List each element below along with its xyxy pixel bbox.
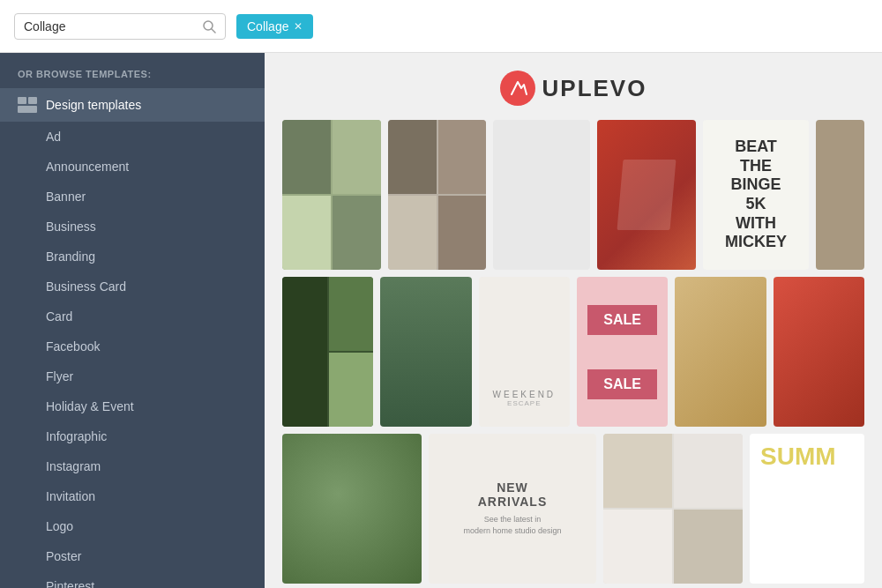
template-row-1: BEATTHEBINGE5KWITHMICKEY (282, 120, 864, 270)
template-card[interactable]: SUMM (750, 434, 864, 584)
collage-filter-tag[interactable]: Collage ✕ (236, 14, 313, 39)
sidebar-item-branding[interactable]: Branding (0, 242, 265, 272)
sidebar-item-pinterest[interactable]: Pinterest (0, 571, 265, 588)
sidebar: OR BROWSE TEMPLATES: Design templates Ad… (0, 53, 265, 588)
browse-label: OR BROWSE TEMPLATES: (0, 53, 265, 88)
design-templates-icon (18, 97, 37, 113)
template-card[interactable] (282, 434, 422, 584)
grid-cell (438, 120, 487, 194)
template-card[interactable] (380, 277, 471, 427)
sidebar-item-design-templates[interactable]: Design templates (0, 88, 265, 122)
svg-rect-4 (18, 106, 37, 113)
sale-badge-top: SALE (587, 305, 657, 335)
search-input[interactable] (24, 19, 202, 33)
sidebar-item-banner[interactable]: Banner (0, 182, 265, 212)
grid-cell (333, 196, 381, 270)
sidebar-active-label: Design templates (46, 98, 141, 112)
template-card[interactable]: BEATTHEBINGE5KWITHMICKEY (703, 120, 809, 270)
brand-name: UPLEVO (542, 75, 647, 102)
weekend-text: WEEKEND (493, 390, 557, 399)
sidebar-item-infographic[interactable]: Infographic (0, 421, 265, 451)
template-card[interactable] (493, 120, 590, 270)
template-card[interactable] (282, 277, 373, 427)
sidebar-item-holiday-event[interactable]: Holiday & Event (0, 391, 265, 421)
template-card[interactable] (388, 120, 487, 270)
svg-line-1 (212, 29, 215, 33)
svg-rect-2 (18, 97, 26, 104)
new-arrivals-sub: See the latest inmodern home studio desi… (463, 514, 561, 536)
grid-cell (329, 277, 374, 351)
grid-cell (329, 353, 374, 427)
search-icon (202, 19, 216, 33)
svg-rect-3 (28, 97, 37, 104)
sidebar-item-logo[interactable]: Logo (0, 511, 265, 541)
grid-cell (282, 120, 331, 194)
grid-cell (603, 510, 672, 584)
sidebar-item-instagram[interactable]: Instagram (0, 451, 265, 481)
template-card[interactable] (774, 277, 864, 427)
sale-badge-bottom: SALE (587, 369, 657, 399)
sidebar-item-card[interactable]: Card (0, 301, 265, 331)
sidebar-item-announcement[interactable]: Announcement (0, 152, 265, 182)
sidebar-item-facebook[interactable]: Facebook (0, 331, 265, 361)
grid-cell (282, 277, 327, 427)
template-card[interactable] (816, 120, 864, 270)
grid-cell (388, 196, 437, 270)
sidebar-item-business[interactable]: Business (0, 212, 265, 242)
summer-text: SUMM (760, 444, 836, 469)
grid-cell (438, 196, 487, 270)
close-tag-icon[interactable]: ✕ (294, 20, 303, 33)
beat-text: BEATTHEBINGE5KWITHMICKEY (725, 138, 787, 252)
sidebar-item-poster[interactable]: Poster (0, 541, 265, 571)
brand-header: UPLEVO (282, 71, 864, 106)
sidebar-item-ad[interactable]: Ad (0, 122, 265, 152)
content-area: UPLEVO (265, 53, 882, 588)
brand-logo (500, 71, 535, 106)
template-card[interactable]: WEEKEND ESCAPE (479, 277, 570, 427)
template-card[interactable] (597, 120, 696, 270)
template-row-3: NEWARRIVALS See the latest inmodern home… (282, 434, 864, 584)
template-row-2: WEEKEND ESCAPE SALE SALE (282, 277, 864, 427)
template-card[interactable]: SALE SALE (577, 277, 668, 427)
new-arrivals-title: NEWARRIVALS (478, 480, 548, 509)
sidebar-item-flyer[interactable]: Flyer (0, 361, 265, 391)
weekend-subtext: ESCAPE (507, 399, 541, 407)
template-card[interactable] (675, 277, 766, 427)
collage-tag-label: Collage (247, 19, 288, 33)
templates-grid: BEATTHEBINGE5KWITHMICKEY (282, 120, 864, 588)
grid-cell (282, 196, 331, 270)
sidebar-nav-list: Ad Announcement Banner Business Branding… (0, 122, 265, 588)
top-bar: Collage ✕ (0, 0, 882, 53)
grid-cell (674, 434, 743, 508)
sidebar-item-invitation[interactable]: Invitation (0, 481, 265, 511)
grid-cell (674, 510, 743, 584)
grid-cell (388, 120, 437, 194)
grid-cell (333, 120, 381, 194)
athletics-graphic (617, 160, 676, 230)
template-card[interactable]: NEWARRIVALS See the latest inmodern home… (429, 434, 596, 584)
template-card[interactable] (603, 434, 743, 584)
search-box[interactable] (14, 13, 226, 40)
main-content: OR BROWSE TEMPLATES: Design templates Ad… (0, 53, 882, 588)
template-card[interactable] (282, 120, 381, 270)
grid-cell (603, 434, 672, 508)
sidebar-item-business-card[interactable]: Business Card (0, 272, 265, 301)
